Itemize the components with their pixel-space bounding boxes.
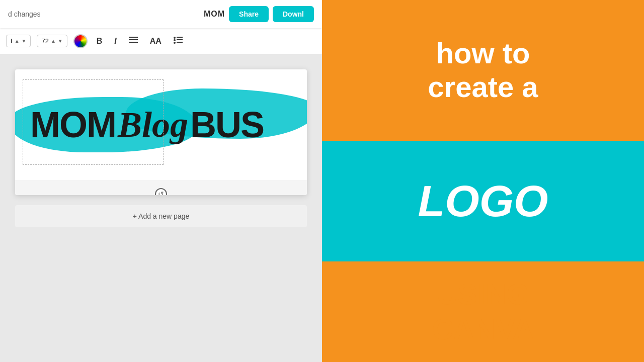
orange-top-section: how to create a [322, 0, 644, 141]
list-button[interactable] [171, 35, 186, 48]
share-button[interactable]: Share [229, 6, 269, 22]
svg-rect-2 [129, 42, 138, 43]
align-button[interactable] [126, 35, 141, 48]
thumbnail-title-line1: how to [436, 37, 530, 70]
top-bar-right: MOM Share Downl [204, 6, 314, 22]
project-name: MOM [204, 10, 225, 19]
font-chevron-up-icon: ▲ [15, 38, 20, 44]
logo-blog-text: Blog [118, 107, 188, 143]
canvas-area: MOM Blog BUS ↺ + Add a new page [0, 54, 322, 362]
top-bar-left: d changes [8, 10, 41, 18]
canvas-inner: MOM Blog BUS [15, 69, 307, 180]
thumbnail-panel: how to create a LOGO USING CANVA [322, 0, 644, 362]
svg-point-7 [174, 42, 176, 44]
download-button[interactable]: Downl [273, 6, 314, 22]
text-toolbar: I ▲ ▼ 72 ▲ ▼ B I AA [0, 28, 322, 54]
svg-point-3 [174, 37, 176, 39]
svg-rect-6 [177, 39, 183, 40]
thumbnail-canva-text: CANVA [432, 312, 534, 347]
svg-rect-8 [177, 42, 183, 43]
thumbnail-logo-text: LOGO [418, 179, 548, 223]
svg-rect-4 [177, 37, 183, 38]
logo-text-container: MOM Blog BUS [15, 69, 307, 180]
font-family-selector[interactable]: I ▲ ▼ [6, 35, 31, 47]
thumbnail-title-line2: create a [428, 70, 538, 104]
color-picker-button[interactable] [73, 34, 88, 48]
font-chevron-down-icon: ▼ [22, 38, 27, 44]
unsaved-changes-text: d changes [8, 10, 41, 18]
thumbnail-using-text: USING [432, 277, 534, 312]
logo-mom-text: MOM [30, 107, 116, 143]
size-chevron-up-icon: ▲ [51, 38, 56, 44]
logo-bus-text: BUS [190, 107, 264, 143]
aa-button[interactable]: AA [147, 35, 165, 48]
add-page-button[interactable]: + Add a new page [15, 205, 307, 227]
svg-rect-0 [129, 37, 138, 38]
svg-point-5 [174, 39, 176, 41]
canvas-wrapper[interactable]: MOM Blog BUS ↺ [15, 69, 307, 195]
svg-rect-1 [129, 39, 138, 40]
orange-bottom-section: USING CANVA [322, 261, 644, 362]
teal-section: LOGO [322, 141, 644, 261]
italic-button[interactable]: I [111, 35, 119, 48]
top-bar: d changes MOM Share Downl [0, 0, 322, 28]
rotation-handle[interactable]: ↺ [155, 188, 167, 195]
editor-panel: d changes MOM Share Downl I ▲ ▼ 72 ▲ ▼ B… [0, 0, 322, 362]
font-size-value: 72 [41, 37, 48, 45]
bold-button[interactable]: B [94, 35, 106, 48]
font-name-text: I [11, 37, 13, 45]
size-chevron-down-icon: ▼ [58, 38, 63, 44]
font-size-selector[interactable]: 72 ▲ ▼ [37, 35, 67, 47]
